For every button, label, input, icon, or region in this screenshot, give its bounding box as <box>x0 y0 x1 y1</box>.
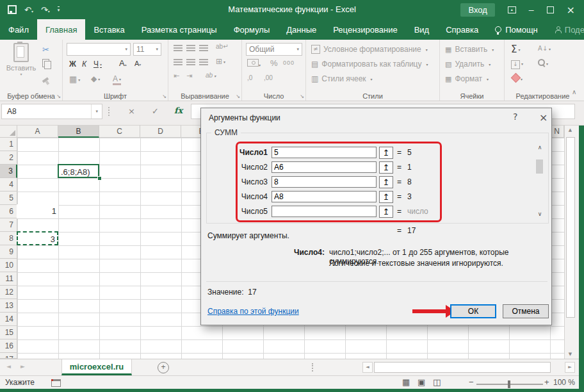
result-value-row: Значение: 17 <box>207 288 257 297</box>
row-header-9[interactable]: 9 <box>0 245 17 259</box>
cell-B3[interactable]: .6;8;A8) <box>58 164 99 178</box>
customize-qat-icon[interactable]: ▾ <box>58 6 60 13</box>
arg-help-label: Число4: <box>291 248 325 257</box>
select-all-corner[interactable] <box>0 126 17 138</box>
annotation-arrow <box>412 309 446 313</box>
view-page-break-icon[interactable]: ◫ <box>433 377 441 387</box>
dialog-scroll-thumb[interactable] <box>536 159 543 174</box>
row-header-5[interactable]: 5 <box>0 192 17 205</box>
function-help-link[interactable]: Справка по этой функции <box>207 307 299 316</box>
value-number: 17 <box>248 288 256 297</box>
cancel-button[interactable]: Отмена <box>503 304 549 318</box>
vertical-scrollbar[interactable]: ▲ ▼ <box>564 126 575 359</box>
sheet-tab-bar: ◄ ► microexcel.ru + ◄ ► <box>0 359 584 375</box>
dialog-separator <box>206 281 548 282</box>
function-name-label: СУММ <box>211 128 241 137</box>
tabbar-resize-handle[interactable] <box>312 363 313 372</box>
view-normal-icon[interactable]: ▦ <box>402 377 410 387</box>
cell-A6[interactable]: 1 <box>17 204 58 218</box>
row-header-6[interactable]: 6 <box>0 205 17 218</box>
save-icon[interactable] <box>8 5 17 14</box>
dialog-scroll-up-icon[interactable]: ∧ <box>535 144 544 151</box>
column-header-C[interactable]: C <box>99 126 140 138</box>
row-header-14[interactable]: 14 <box>0 313 17 326</box>
column-header-N[interactable]: N <box>550 126 564 138</box>
sign-in-button[interactable]: Вход <box>460 3 494 17</box>
vertical-scroll-thumb[interactable] <box>566 137 575 318</box>
row-header-1[interactable]: 1 <box>0 138 17 151</box>
hscroll-left-icon[interactable]: ◄ <box>362 362 373 373</box>
row-header-3[interactable]: 3 <box>0 165 17 178</box>
new-sheet-icon[interactable]: + <box>158 362 169 373</box>
column-header-B[interactable]: B <box>58 126 99 138</box>
zoom-out-icon[interactable]: − <box>469 377 474 387</box>
column-header-A[interactable]: A <box>17 126 58 138</box>
row-header-16[interactable]: 16 <box>0 339 17 353</box>
sheet-nav-left-icon[interactable]: ◄ <box>6 363 11 370</box>
fill-handle[interactable] <box>97 176 102 181</box>
total-value: 17 <box>407 225 416 236</box>
scroll-down-icon[interactable]: ▼ <box>565 352 576 357</box>
annotation-red-box <box>236 142 442 222</box>
row-header-2[interactable]: 2 <box>0 151 17 165</box>
arg-help-line2: Логические и текстовые значения игнориру… <box>329 259 503 268</box>
maximize-icon[interactable] <box>547 6 554 13</box>
cell-A8[interactable]: 3 <box>17 231 58 245</box>
status-bar: Укажите ▦ ▣ ◫ − + 100 % <box>0 375 584 389</box>
ok-button[interactable]: ОК <box>450 304 496 318</box>
titlebar-controls: Вход ▴ – × <box>460 3 584 17</box>
dialog-scroll-down-icon[interactable]: ∨ <box>535 211 544 217</box>
minimize-icon[interactable]: – <box>529 4 534 15</box>
row-header-10[interactable]: 10 <box>0 259 17 272</box>
window-bottom-border <box>0 389 584 392</box>
zoom-level[interactable]: 100 % <box>553 378 575 387</box>
row-header-8[interactable]: 8 <box>0 232 17 245</box>
redo-button[interactable]: ↷▾ <box>41 5 50 15</box>
row-header-12[interactable]: 12 <box>0 286 17 299</box>
scroll-up-icon[interactable]: ▲ <box>565 127 576 133</box>
dialog-help-icon[interactable]: ? <box>513 111 517 122</box>
undo-button[interactable]: ↶▾ <box>24 5 33 15</box>
zoom-in-icon[interactable]: + <box>544 377 549 387</box>
view-page-layout-icon[interactable]: ▣ <box>418 377 425 387</box>
zoom-slider-knob[interactable] <box>508 380 510 388</box>
column-header-D[interactable]: D <box>140 126 181 138</box>
row-header-15[interactable]: 15 <box>0 326 17 339</box>
row-header-17[interactable]: 17 <box>0 353 17 359</box>
function-description: Суммирует аргументы. <box>207 231 289 240</box>
row-header-7[interactable]: 7 <box>0 218 17 232</box>
dialog-close-icon[interactable]: × <box>539 111 548 124</box>
ribbon-display-options-icon[interactable]: ▴ <box>508 6 516 13</box>
value-label: Значение: <box>207 288 244 297</box>
total-eq: = <box>397 225 402 236</box>
row-header-13[interactable]: 13 <box>0 299 17 313</box>
close-icon[interactable]: × <box>567 4 575 16</box>
dialog-title: Аргументы функции <box>209 113 280 122</box>
record-macro-icon[interactable] <box>51 379 61 387</box>
window-right-border <box>579 126 584 389</box>
sheet-nav-right-icon[interactable]: ► <box>20 363 25 370</box>
row-header-11[interactable]: 11 <box>0 272 17 286</box>
horizontal-scroll-thumb[interactable] <box>374 362 551 373</box>
status-mode: Укажите <box>5 378 35 387</box>
hscroll-right-icon[interactable]: ► <box>565 362 575 373</box>
function-arguments-dialog: Аргументы функции ? × СУММ Число1 ↥ = 5 … <box>200 108 552 325</box>
excel-window: Математические функции - Excel ↶▾ ↷▾ ▾ В… <box>0 0 584 392</box>
sheet-tab-active[interactable]: microexcel.ru <box>61 359 132 375</box>
quick-access-toolbar: ↶▾ ↷▾ ▾ <box>0 5 60 15</box>
row-header-4[interactable]: 4 <box>0 178 17 192</box>
